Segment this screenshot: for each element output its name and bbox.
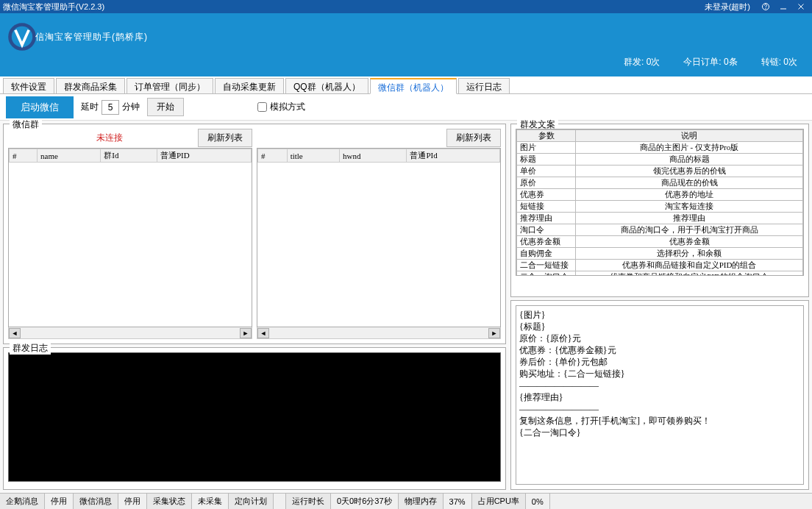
param-row[interactable]: 原价商品现在的价钱 [517, 177, 803, 189]
col-header[interactable]: 群Id [101, 149, 157, 163]
param-row[interactable]: 标题商品的标题 [517, 154, 803, 165]
status-value: 0天0时6分37秒 [331, 494, 399, 509]
status-label: 定向计划 [229, 494, 274, 509]
param-row[interactable]: 二合一淘口令优惠券和商品链接和自定义PID的组合淘口令 [517, 271, 803, 277]
col-header[interactable]: # [258, 149, 288, 163]
status-label: 采集状态 [147, 494, 192, 509]
param-header-name: 参数 [517, 130, 576, 142]
logo-icon [6, 21, 38, 53]
status-label: 微信消息 [74, 494, 118, 509]
tab-1[interactable]: 群发商品采集 [56, 78, 125, 93]
h-scrollbar-right[interactable]: ◄► [257, 327, 501, 339]
col-header[interactable]: title [287, 149, 339, 163]
status-value: 0% [526, 494, 550, 509]
param-table-container[interactable]: 参数 说明 图片商品的主图片 - 仅支持Pro版标题商品的标题单价领完优惠券后的… [516, 129, 804, 276]
tab-0[interactable]: 软件设置 [3, 78, 54, 93]
app-title: 信淘宝客管理助手(鹊桥库) [0, 13, 812, 53]
col-header[interactable]: hwnd [340, 149, 407, 163]
param-row[interactable]: 短链接淘宝客短连接 [517, 201, 803, 213]
status-label: 占用CPU率 [472, 494, 526, 509]
svg-point-0 [766, 8, 766, 9]
status-value: 未采集 [192, 494, 229, 509]
template-edit-group [510, 300, 809, 490]
status-value: 37% [444, 494, 472, 509]
tab-6[interactable]: 运行日志 [458, 78, 510, 93]
login-status: 未登录(超时) [705, 1, 750, 13]
simulate-checkbox-label[interactable]: 模拟方式 [257, 101, 305, 113]
status-label: 运行时长 [286, 494, 331, 509]
template-textarea[interactable] [516, 305, 804, 485]
start-weixin-button[interactable]: 启动微信 [6, 96, 74, 118]
param-row[interactable]: 图片商品的主图片 - 仅支持Pro版 [517, 142, 803, 154]
param-row[interactable]: 自购佣金选择积分，和余额 [517, 248, 803, 260]
delay-label: 延时 分钟 [81, 100, 140, 115]
param-row[interactable]: 优惠券优惠券的地址 [517, 189, 803, 201]
weixin-group: 微信群 未连接 刷新列表 #name群Id普通PID ◄► 刷新列表 #titl… [3, 124, 506, 344]
template-group: 群发文案 参数 说明 图片商品的主图片 - 仅支持Pro版标题商品的标题单价领完… [510, 124, 809, 297]
weixin-group-title: 微信群 [10, 118, 42, 131]
status-value: 停用 [45, 494, 74, 509]
status-value: 停用 [118, 494, 147, 509]
stat-zhuanlian: 转链: 0次 [761, 56, 797, 68]
param-header-desc: 说明 [576, 130, 803, 142]
status-label: 企鹅消息 [0, 494, 45, 509]
refresh-list-left-button[interactable]: 刷新列表 [198, 129, 252, 147]
simulate-checkbox[interactable] [257, 102, 267, 112]
log-area[interactable] [8, 352, 501, 482]
help-button[interactable] [758, 1, 774, 12]
stat-dingdan: 今日订单: 0条 [683, 56, 737, 68]
minimize-button[interactable] [775, 1, 791, 12]
tab-3[interactable]: 自动采集更新 [215, 78, 284, 93]
status-bar: 企鹅消息停用微信消息停用采集状态未采集定向计划运行时长0天0时6分37秒物理内存… [0, 493, 812, 509]
content: 微信群 未连接 刷新列表 #name群Id普通PID ◄► 刷新列表 #titl… [0, 121, 812, 493]
col-header[interactable]: name [38, 149, 101, 163]
connection-status: 未连接 [8, 132, 123, 144]
h-scrollbar-left[interactable]: ◄► [8, 327, 252, 339]
right-list-table[interactable]: #titlehwnd普通PId [257, 148, 501, 327]
header-stats: 群发: 0次 今日订单: 0条 转链: 0次 [0, 53, 812, 70]
log-group-title: 群发日志 [10, 342, 51, 355]
log-group: 群发日志 [3, 347, 506, 490]
header: 信淘宝客管理助手(鹊桥库) 群发: 0次 今日订单: 0条 转链: 0次 [0, 13, 812, 76]
tab-4[interactable]: QQ群（机器人） [285, 78, 368, 93]
param-row[interactable]: 单价领完优惠券后的价钱 [517, 165, 803, 177]
stat-qunfa: 群发: 0次 [624, 56, 660, 68]
param-row[interactable]: 推荐理由推荐理由 [517, 213, 803, 224]
window-title: 微信淘宝客管理助手(V2.2.3) [3, 1, 705, 13]
left-list-table[interactable]: #name群Id普通PID [8, 148, 252, 327]
main-tabs: 软件设置群发商品采集订单管理（同步）自动采集更新QQ群（机器人）微信群（机器人）… [0, 76, 812, 94]
col-header[interactable]: # [10, 149, 38, 163]
param-row[interactable]: 优惠券金额优惠券金额 [517, 236, 803, 248]
toolbar: 启动微信 延时 分钟 开始 模拟方式 [0, 94, 812, 121]
status-value [274, 494, 286, 509]
refresh-list-right-button[interactable]: 刷新列表 [446, 129, 501, 147]
param-row[interactable]: 淘口令商品的淘口令，用于手机淘宝打开商品 [517, 224, 803, 236]
col-header[interactable]: 普通PId [407, 149, 500, 163]
param-row[interactable]: 二合一短链接优惠券和商品链接和自定义PID的组合 [517, 260, 803, 271]
close-button[interactable] [793, 1, 809, 12]
delay-input[interactable] [102, 100, 119, 115]
tab-5[interactable]: 微信群（机器人） [370, 78, 457, 94]
col-header[interactable]: 普通PID [157, 149, 251, 163]
title-bar: 微信淘宝客管理助手(V2.2.3) 未登录(超时) [0, 0, 812, 13]
status-label: 物理内存 [399, 494, 444, 509]
start-button[interactable]: 开始 [147, 98, 184, 116]
tab-2[interactable]: 订单管理（同步） [127, 78, 213, 93]
